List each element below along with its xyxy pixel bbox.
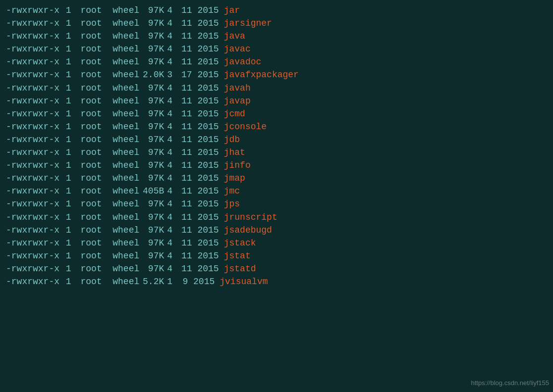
year: 2015 [192,55,219,68]
size: 97K [139,82,164,95]
table-row: -rwxrwxr-x 1 root wheel 97K 4 11 2015 js… [6,224,547,237]
day: 11 [176,30,192,43]
year: 2015 [192,185,219,197]
month: 4 [167,249,176,262]
day: 11 [176,120,192,133]
group: wheel [102,120,140,133]
year: 2015 [192,43,219,55]
month: 4 [167,237,176,249]
owner: root [75,82,102,95]
owner: root [75,159,102,172]
links: 1 [60,120,71,133]
links: 1 [60,197,71,210]
table-row: -rwxrwxr-x 1 root wheel 97K 4 11 2015 ja… [6,55,547,68]
month: 4 [167,262,176,275]
table-row: -rwxrwxr-x 1 root wheel 2.0K 3 17 2015 j… [6,68,547,81]
size: 97K [139,146,164,159]
permissions: -rwxrwxr-x [6,133,60,146]
size: 97K [139,55,164,68]
year: 2015 [192,95,219,107]
permissions: -rwxrwxr-x [6,146,60,159]
size: 97K [139,197,164,210]
permissions: -rwxrwxr-x [6,55,60,68]
permissions: -rwxrwxr-x [6,82,60,95]
size: 97K [139,262,164,275]
day: 11 [176,55,192,68]
size: 97K [139,249,164,262]
year: 2015 [192,4,219,17]
owner: root [75,185,102,197]
permissions: -rwxrwxr-x [6,172,60,185]
month: 4 [167,82,176,95]
filename: jvisualvm [220,275,268,288]
day: 11 [176,146,192,159]
owner: root [75,68,102,81]
links: 1 [60,68,71,81]
table-row: -rwxrwxr-x 1 root wheel 97K 4 11 2015 ja… [6,82,547,95]
permissions: -rwxrwxr-x [6,30,60,43]
day: 11 [176,249,192,262]
owner: root [75,107,102,120]
group: wheel [102,30,140,43]
filename: jsadebugd [224,224,272,237]
owner: root [75,249,102,262]
group: wheel [102,68,140,81]
month: 4 [167,159,176,172]
owner: root [75,197,102,210]
filename: jstack [224,237,256,249]
month: 4 [167,211,176,224]
year: 2015 [192,133,219,146]
filename: jconsole [224,120,267,133]
table-row: -rwxrwxr-x 1 root wheel 97K 4 11 2015 jr… [6,211,547,224]
links: 1 [60,55,71,68]
terminal-output: -rwxrwxr-x 1 root wheel 97K 4 11 2015 ja… [6,4,547,288]
size: 5.2K [139,275,164,288]
group: wheel [102,237,140,249]
day: 11 [176,17,192,30]
size: 97K [139,120,164,133]
filename: java [224,30,245,43]
day: 11 [176,172,192,185]
links: 1 [60,146,71,159]
table-row: -rwxrwxr-x 1 root wheel 97K 4 11 2015 js… [6,237,547,249]
size: 405B [139,185,164,197]
day: 11 [176,262,192,275]
year: 2015 [192,211,219,224]
group: wheel [102,55,140,68]
year: 2015 [192,107,219,120]
links: 1 [60,95,71,107]
day: 11 [176,4,192,17]
day: 11 [176,237,192,249]
year: 2015 [192,68,219,81]
permissions: -rwxrwxr-x [6,185,60,197]
table-row: -rwxrwxr-x 1 root wheel 97K 4 11 2015 ja… [6,43,547,55]
size: 97K [139,237,164,249]
day: 11 [176,43,192,55]
month: 4 [167,30,176,43]
permissions: -rwxrwxr-x [6,275,60,288]
year: 2015 [192,197,219,210]
day: 11 [176,95,192,107]
filename: javah [224,82,251,95]
year: 2015 [192,237,219,249]
month: 4 [167,197,176,210]
table-row: -rwxrwxr-x 1 root wheel 405B 4 11 2015 j… [6,185,547,197]
links: 1 [60,17,71,30]
month: 4 [167,55,176,68]
permissions: -rwxrwxr-x [6,159,60,172]
day: 11 [176,224,192,237]
day: 11 [176,159,192,172]
table-row: -rwxrwxr-x 1 root wheel 97K 4 11 2015 jp… [6,197,547,210]
permissions: -rwxrwxr-x [6,249,60,262]
links: 1 [60,4,71,17]
permissions: -rwxrwxr-x [6,95,60,107]
links: 1 [60,133,71,146]
day: 11 [176,82,192,95]
filename: jarsigner [224,17,272,30]
group: wheel [102,185,140,197]
filename: jmc [224,185,240,197]
filename: javap [224,95,251,107]
month: 4 [167,172,176,185]
links: 1 [60,262,71,275]
size: 97K [139,172,164,185]
